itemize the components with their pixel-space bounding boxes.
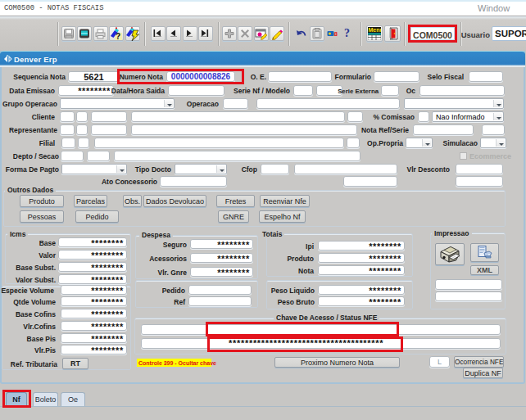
svg-text:8: 8 bbox=[334, 30, 338, 38]
svg-text:Menu: Menu bbox=[369, 27, 382, 33]
